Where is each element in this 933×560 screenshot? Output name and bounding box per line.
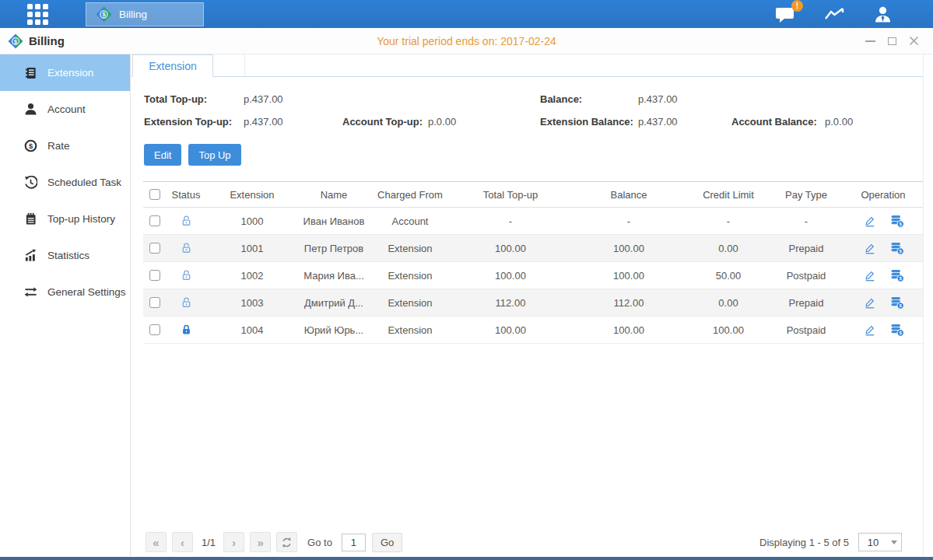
billing-diamond-icon: $ — [96, 6, 112, 23]
page-indicator: 1/1 — [202, 537, 216, 548]
account-topup-label: Account Top-up: — [342, 116, 428, 128]
cell-pay-type: - — [769, 215, 844, 227]
sidebar: Extension Account $ Rate — [0, 54, 131, 556]
cell-pay-type: Postpaid — [769, 270, 844, 282]
cell-charged-from: Extension — [369, 270, 451, 282]
cell-total-topup: 112.00 — [451, 297, 570, 309]
row-top-up-icon[interactable]: $ — [890, 296, 904, 310]
cell-name: Дмитрий Д... — [299, 297, 369, 309]
status-cell — [167, 324, 205, 336]
cell-operation: $ — [844, 324, 923, 337]
pagination-bar: « ‹ 1/1 › » Go to Go — [131, 530, 913, 555]
cell-operation: $ — [844, 296, 923, 310]
topbar-icons: ! — [775, 5, 893, 23]
sidebar-item-label: Scheduled Task — [47, 177, 121, 188]
cell-name: Мария Ива... — [299, 270, 369, 282]
row-edit-icon[interactable] — [863, 324, 876, 337]
column-header-extension[interactable]: Extension — [205, 189, 299, 201]
svg-text:$: $ — [14, 37, 17, 44]
refresh-button[interactable] — [276, 532, 297, 552]
status-cell — [167, 215, 205, 227]
row-checkbox[interactable] — [149, 243, 160, 254]
topbar: $ Billing ! — [0, 0, 933, 28]
tab-extension[interactable]: Extension — [132, 54, 213, 77]
column-header-status[interactable]: Status — [167, 189, 205, 201]
column-header-total-top-up[interactable]: Total Top-up — [451, 189, 570, 201]
table-header-row: StatusExtensionNameCharged FromTotal Top… — [143, 181, 923, 208]
cell-extension: 1001 — [205, 243, 299, 254]
table-row[interactable]: 1003Дмитрий Д...Extension112.00112.000.0… — [143, 289, 923, 317]
sidebar-item-scheduled-task[interactable]: Scheduled Task — [0, 164, 130, 201]
column-header-charged-from[interactable]: Charged From — [369, 189, 451, 201]
cell-extension: 1004 — [205, 324, 299, 336]
column-header-balance[interactable]: Balance — [570, 189, 688, 201]
row-edit-icon[interactable] — [863, 215, 876, 228]
select-all-checkbox[interactable] — [149, 189, 160, 200]
sidebar-item-statistics[interactable]: Statistics — [0, 237, 130, 274]
sidebar-item-label: General Settings — [47, 286, 126, 298]
minimize-button[interactable] — [865, 36, 875, 47]
go-button[interactable]: Go — [372, 533, 402, 552]
sidebar-item-account[interactable]: Account — [0, 91, 130, 128]
sidebar-item-rate[interactable]: $ Rate — [0, 128, 130, 164]
column-header-pay-type[interactable]: Pay Type — [769, 189, 844, 201]
next-page-button[interactable]: › — [223, 532, 244, 552]
chevron-down-icon — [887, 541, 901, 544]
user-account-icon[interactable] — [873, 6, 893, 23]
statistics-chart-icon[interactable] — [824, 6, 845, 22]
cell-extension: 1003 — [205, 297, 299, 309]
apps-grid-icon[interactable] — [27, 4, 48, 25]
prev-page-button[interactable]: ‹ — [172, 532, 193, 552]
cell-credit-limit: 0.00 — [688, 243, 769, 254]
top-up-button[interactable]: Top Up — [188, 144, 240, 166]
row-edit-icon[interactable] — [863, 296, 876, 310]
total-topup-label: Total Top-up: — [144, 93, 244, 105]
status-cell — [167, 242, 205, 254]
cell-name: Иван Иванов — [299, 215, 369, 227]
page-size-select[interactable]: 10 — [858, 533, 902, 551]
column-header-credit-limit[interactable]: Credit Limit — [688, 189, 769, 201]
goto-label: Go to — [307, 537, 332, 548]
row-edit-icon[interactable] — [863, 242, 876, 255]
row-edit-icon[interactable] — [863, 269, 876, 282]
table-row[interactable]: 1001Петр ПетровExtension100.00100.000.00… — [143, 235, 923, 262]
maximize-button[interactable] — [886, 36, 897, 47]
row-top-up-icon[interactable]: $ — [890, 269, 904, 282]
topbar-tab-billing[interactable]: $ Billing — [86, 2, 204, 26]
row-checkbox[interactable] — [149, 215, 160, 226]
extension-topup-value: p.437.00 — [244, 116, 342, 128]
last-page-button[interactable]: » — [250, 532, 271, 552]
row-top-up-icon[interactable]: $ — [890, 324, 904, 337]
cell-balance: 112.00 — [570, 297, 688, 309]
account-balance-value: p.0.00 — [825, 116, 923, 128]
general-settings-sliders-icon — [24, 285, 37, 299]
row-top-up-icon[interactable]: $ — [890, 242, 904, 255]
goto-page-input[interactable] — [342, 534, 366, 551]
messages-icon[interactable]: ! — [775, 5, 796, 23]
account-balance-label: Account Balance: — [731, 116, 825, 128]
table-row[interactable]: 1002Мария Ива...Extension100.00100.0050.… — [143, 262, 923, 289]
row-top-up-icon[interactable]: $ — [890, 215, 904, 228]
table-row[interactable]: 1000Иван ИвановAccount----$ — [143, 208, 923, 235]
cell-operation: $ — [844, 215, 923, 228]
table-row[interactable]: 1004Юрий Юрь...Extension100.00100.00100.… — [143, 317, 923, 344]
edit-button[interactable]: Edit — [144, 144, 181, 166]
status-unlocked-icon — [181, 215, 192, 227]
close-button[interactable] — [908, 36, 919, 47]
sidebar-item-topup-history[interactable]: Top-up History — [0, 201, 130, 237]
row-checkbox[interactable] — [149, 270, 160, 281]
column-header-name[interactable]: Name — [299, 189, 369, 201]
cell-pay-type: Prepaid — [769, 243, 844, 254]
header-checkbox-cell — [143, 189, 167, 200]
row-checkbox-cell — [143, 215, 167, 226]
cell-balance: 100.00 — [570, 243, 688, 254]
column-header-operation[interactable]: Operation — [844, 189, 923, 201]
sidebar-item-extension[interactable]: Extension — [0, 54, 130, 91]
svg-text:$: $ — [29, 142, 33, 150]
rate-dollar-icon: $ — [24, 139, 37, 152]
row-checkbox[interactable] — [149, 297, 160, 308]
cell-charged-from: Account — [369, 215, 451, 227]
sidebar-item-general-settings[interactable]: General Settings — [0, 274, 130, 310]
row-checkbox[interactable] — [149, 324, 160, 335]
first-page-button[interactable]: « — [146, 532, 167, 552]
